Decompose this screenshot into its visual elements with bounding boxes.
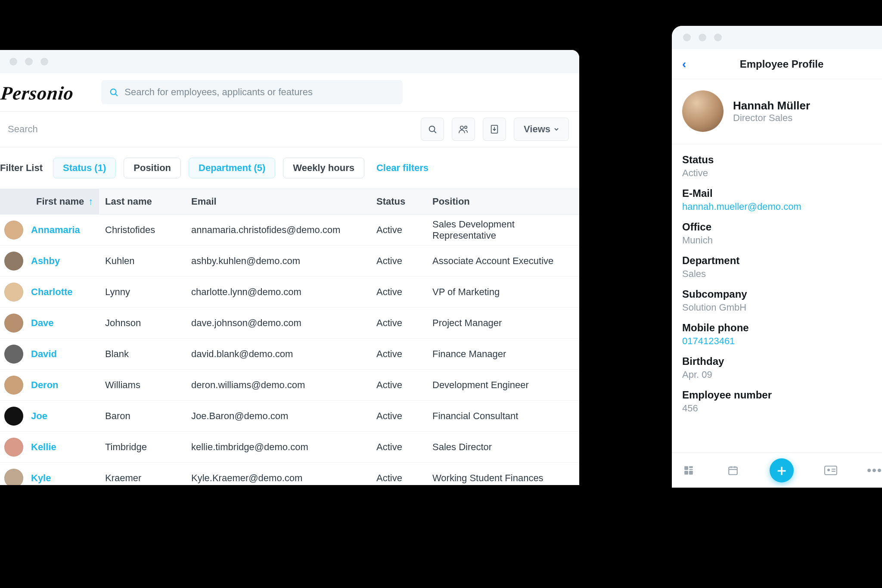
first-name-link[interactable]: Dave — [31, 317, 54, 329]
svg-rect-9 — [689, 469, 693, 470]
first-name-link[interactable]: Ashby — [31, 255, 60, 267]
column-first-name-label: First name — [36, 196, 84, 207]
id-card-icon[interactable] — [823, 463, 838, 478]
global-search-input[interactable] — [124, 87, 395, 98]
table-row[interactable]: Charlotte Lynny charlotte.lynn@demo.com … — [0, 277, 579, 308]
column-position-label: Position — [432, 196, 470, 207]
last-name-cell: Kuhlen — [99, 255, 185, 267]
avatar — [4, 376, 23, 395]
profile-traffic-close[interactable] — [683, 34, 691, 41]
field-birthday: Birthday Apr. 09 — [682, 355, 881, 380]
filter-chip[interactable]: Position — [124, 158, 181, 178]
field-employee-number: Employee number 456 — [682, 389, 881, 414]
filter-row: Filter List Status (1)PositionDepartment… — [0, 147, 579, 189]
profile-person: Hannah Müller Director Sales — [672, 79, 882, 144]
last-name-cell: Christofides — [99, 224, 185, 236]
status-cell: Active — [370, 380, 426, 391]
field-email-value[interactable]: hannah.mueller@demo.com — [682, 201, 881, 212]
traffic-light-close[interactable] — [9, 58, 17, 65]
clear-filters-button[interactable]: Clear filters — [376, 162, 429, 174]
field-status: Status Active — [682, 154, 881, 179]
first-name-link[interactable]: Kellie — [31, 442, 56, 453]
svg-line-3 — [434, 131, 436, 133]
table-row[interactable]: Ashby Kuhlen ashby.kuhlen@demo.com Activ… — [0, 246, 579, 277]
sort-asc-icon: ↑ — [88, 196, 93, 207]
avatar — [4, 438, 23, 457]
table-row[interactable]: Joe Baron Joe.Baron@demo.com Active Fina… — [0, 401, 579, 432]
employee-list-window: Personio Views — [0, 50, 579, 485]
email-cell: kellie.timbridge@demo.com — [185, 442, 370, 453]
app-header: Personio — [0, 73, 579, 112]
list-search-input[interactable] — [8, 124, 405, 135]
svg-rect-11 — [689, 471, 693, 475]
table-row[interactable]: Dave Johnson dave.johnson@demo.com Activ… — [0, 308, 579, 339]
views-dropdown[interactable]: Views — [514, 118, 569, 141]
email-cell: dave.johnson@demo.com — [185, 317, 370, 329]
first-name-link[interactable]: Annamaria — [31, 224, 80, 236]
calendar-icon[interactable] — [726, 463, 740, 478]
table-row[interactable]: Kellie Timbridge kellie.timbridge@demo.c… — [0, 432, 579, 463]
first-name-link[interactable]: Joe — [31, 411, 47, 422]
table-row[interactable]: Kyle Kraemer Kyle.Kraemer@demo.com Activ… — [0, 463, 579, 485]
field-empno-label: Employee number — [682, 389, 881, 401]
field-phone-value[interactable]: 0174123461 — [682, 336, 881, 347]
column-last-name[interactable]: Last name — [99, 196, 185, 207]
global-search[interactable] — [101, 80, 403, 104]
more-icon[interactable]: ••• — [867, 463, 882, 478]
last-name-cell: Timbridge — [99, 442, 185, 453]
table-row[interactable]: Deron Williams deron.williams@demo.com A… — [0, 370, 579, 401]
email-cell: Kyle.Kraemer@demo.com — [185, 473, 370, 484]
first-name-link[interactable]: Kyle — [31, 473, 51, 484]
svg-rect-19 — [832, 471, 835, 472]
traffic-light-max[interactable] — [40, 58, 48, 65]
chevron-down-icon — [554, 127, 559, 132]
export-button[interactable] — [483, 118, 506, 141]
avatar — [4, 221, 23, 240]
svg-rect-16 — [825, 466, 837, 475]
traffic-light-min[interactable] — [25, 58, 33, 65]
column-first-name[interactable]: First name ↑ — [0, 189, 99, 214]
table-body: Annamaria Christofides annamaria.christo… — [0, 215, 579, 485]
position-cell: Sales Director — [426, 442, 579, 453]
profile-traffic-max[interactable] — [714, 34, 722, 41]
field-subco-label: Subcompany — [682, 288, 881, 300]
list-search[interactable] — [0, 118, 413, 141]
list-toolbar: Views — [0, 112, 579, 147]
column-status[interactable]: Status — [370, 196, 426, 207]
first-name-link[interactable]: Charlotte — [31, 286, 73, 298]
svg-line-1 — [115, 94, 117, 96]
position-cell: Sales Development Representative — [426, 219, 579, 241]
position-cell: Finance Manager — [426, 348, 579, 360]
column-email[interactable]: Email — [185, 196, 370, 207]
profile-name: Hannah Müller — [733, 99, 810, 112]
status-cell: Active — [370, 286, 426, 298]
column-last-name-label: Last name — [105, 196, 152, 207]
table-row[interactable]: Annamaria Christofides annamaria.christo… — [0, 215, 579, 246]
profile-traffic-min[interactable] — [699, 34, 706, 41]
field-status-label: Status — [682, 154, 881, 166]
first-name-link[interactable]: David — [31, 348, 57, 360]
svg-rect-18 — [832, 469, 835, 470]
email-cell: Joe.Baron@demo.com — [185, 411, 370, 422]
grid-icon[interactable] — [681, 463, 696, 478]
status-cell: Active — [370, 224, 426, 236]
filter-list-label: Filter List — [0, 162, 45, 174]
search-button[interactable] — [421, 118, 444, 141]
search-icon — [109, 87, 118, 97]
column-position[interactable]: Position — [426, 196, 579, 207]
filter-chip[interactable]: Status (1) — [53, 158, 116, 178]
first-name-link[interactable]: Deron — [31, 380, 59, 391]
add-button[interactable]: ＋ — [770, 458, 794, 482]
filter-chip[interactable]: Weekly hours — [283, 158, 364, 178]
filter-chip[interactable]: Department (5) — [189, 158, 275, 178]
field-dept-value: Sales — [682, 268, 881, 280]
invite-people-button[interactable] — [452, 118, 475, 141]
status-cell: Active — [370, 473, 426, 484]
position-cell: VP of Marketing — [426, 286, 579, 298]
field-department: Department Sales — [682, 255, 881, 280]
profile-bottom-bar: ＋ ••• — [672, 452, 882, 488]
table-row[interactable]: David Blank david.blank@demo.com Active … — [0, 339, 579, 370]
last-name-cell: Kraemer — [99, 473, 185, 484]
field-bday-value: Apr. 09 — [682, 369, 881, 380]
last-name-cell: Williams — [99, 380, 185, 391]
